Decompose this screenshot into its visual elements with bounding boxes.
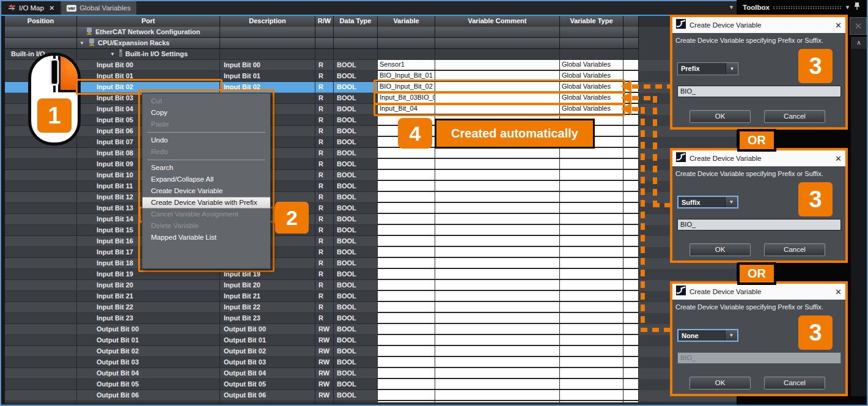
variable-cell[interactable]: BIO_Input_Bit_01 <box>378 71 435 82</box>
rw-cell[interactable]: R <box>315 115 334 126</box>
variable-comment-cell[interactable] <box>435 390 560 401</box>
position-cell[interactable] <box>5 379 77 390</box>
tab-overflow-chevron-icon[interactable]: ▼ <box>729 4 734 10</box>
variable-cell[interactable] <box>378 324 435 335</box>
variable-cell[interactable] <box>378 313 435 324</box>
description-cell[interactable]: Output Bit 06 <box>220 390 315 401</box>
variable-comment-cell[interactable] <box>435 225 560 236</box>
toolbox-scroll-up-button[interactable]: ∧ <box>851 37 867 49</box>
menu-item-expand-collapse-all[interactable]: Expand/Collapse All <box>142 174 270 185</box>
menu-item-create-device-variable-with-prefix[interactable]: Create Device Variable with Prefix <box>142 197 270 209</box>
port-cell[interactable]: Input Bit 22 <box>77 302 220 313</box>
ok-button[interactable]: OK <box>690 377 751 389</box>
variable-cell[interactable]: Input_Bit_04 <box>378 104 435 115</box>
spare-cell[interactable] <box>623 324 639 335</box>
spare-cell[interactable] <box>623 280 639 291</box>
data-type-cell[interactable]: BOOL <box>334 225 378 236</box>
cancel-button[interactable]: Cancel <box>764 377 825 389</box>
io-row[interactable]: Input Bit 08Input Bit 08RBOOL <box>5 148 737 159</box>
rw-cell[interactable]: RW <box>315 379 334 390</box>
toolbox-chevron-down-icon[interactable]: ▼ <box>845 4 850 10</box>
rw-cell[interactable]: R <box>315 258 334 269</box>
variable-cell[interactable] <box>378 302 435 313</box>
io-row[interactable]: Input Bit 18Input Bit 18RBOOL <box>5 258 737 269</box>
data-type-cell[interactable]: BOOL <box>334 148 378 159</box>
position-cell[interactable] <box>5 401 77 402</box>
variable-type-cell[interactable] <box>560 159 623 170</box>
position-cell[interactable] <box>5 368 77 379</box>
position-cell[interactable] <box>5 258 77 269</box>
variable-type-cell[interactable]: Global Variables <box>560 93 623 104</box>
tree-row[interactable]: EtherCAT Network Configuration <box>5 27 737 38</box>
io-row[interactable]: Input Bit 06Input Bit 06RBOOL <box>5 126 737 137</box>
data-type-cell[interactable]: BOOL <box>334 335 378 346</box>
io-row[interactable]: Input Bit 23Input Bit 23RBOOL <box>5 313 737 324</box>
variable-type-cell[interactable] <box>560 247 623 258</box>
ok-button[interactable]: OK <box>690 110 751 123</box>
io-row[interactable]: Input Bit 15Input Bit 15RBOOL <box>5 225 737 236</box>
spare-cell[interactable] <box>623 170 639 181</box>
variable-cell[interactable] <box>378 357 435 368</box>
variable-cell[interactable] <box>378 247 435 258</box>
position-cell[interactable] <box>5 346 77 357</box>
variable-comment-cell[interactable] <box>435 258 560 269</box>
data-type-cell[interactable]: BOOL <box>334 192 378 203</box>
io-row[interactable]: Input Bit 05Input Bit 05RBOOL <box>5 115 737 126</box>
dropdown-chevron-down-icon[interactable]: ▼ <box>726 63 738 75</box>
spare-cell[interactable] <box>623 357 639 368</box>
tree-node[interactable]: ▼CPU/Expansion Racks <box>77 38 220 49</box>
io-row[interactable]: Input Bit 12Input Bit 12RBOOL <box>5 192 737 203</box>
io-row[interactable]: Output Bit 00Output Bit 00RWBOOL <box>5 324 737 335</box>
variable-type-cell[interactable] <box>560 357 623 368</box>
variable-cell[interactable] <box>378 170 435 181</box>
variable-comment-cell[interactable] <box>435 82 560 93</box>
rw-cell[interactable]: RW <box>315 346 334 357</box>
position-cell[interactable] <box>5 214 77 225</box>
variable-comment-cell[interactable] <box>435 159 560 170</box>
io-row[interactable] <box>5 401 737 402</box>
data-type-cell[interactable]: BOOL <box>334 247 378 258</box>
data-type-cell[interactable] <box>334 401 378 402</box>
rw-cell[interactable]: R <box>315 214 334 225</box>
position-cell[interactable] <box>5 280 77 291</box>
data-type-cell[interactable]: BOOL <box>334 93 378 104</box>
variable-type-cell[interactable]: Global Variables <box>560 82 623 93</box>
position-cell[interactable] <box>5 247 77 258</box>
variable-cell[interactable] <box>378 280 435 291</box>
variable-comment-cell[interactable] <box>435 60 560 71</box>
variable-type-cell[interactable] <box>560 148 623 159</box>
variable-comment-cell[interactable] <box>435 247 560 258</box>
variable-comment-cell[interactable] <box>435 335 560 346</box>
position-cell[interactable] <box>5 313 77 324</box>
io-row[interactable]: Input Bit 00Input Bit 00RBOOLSensor1Glob… <box>5 60 737 71</box>
variable-comment-cell[interactable] <box>435 104 560 115</box>
variable-type-cell[interactable] <box>560 181 623 192</box>
port-cell[interactable]: Input Bit 19 <box>77 269 220 280</box>
variable-type-cell[interactable] <box>560 324 623 335</box>
rw-cell[interactable]: R <box>315 291 334 302</box>
spare-cell[interactable] <box>623 368 639 379</box>
io-row[interactable]: Input Bit 10Input Bit 10RBOOL <box>5 170 737 181</box>
rw-cell[interactable]: RW <box>315 324 334 335</box>
variable-type-cell[interactable] <box>560 313 623 324</box>
data-type-cell[interactable]: BOOL <box>334 203 378 214</box>
position-cell[interactable] <box>5 291 77 302</box>
position-cell[interactable] <box>5 269 77 280</box>
variable-cell[interactable] <box>378 192 435 203</box>
description-cell[interactable]: Output Bit 04 <box>220 368 315 379</box>
data-type-cell[interactable]: BOOL <box>334 280 378 291</box>
ok-button[interactable]: OK <box>690 243 751 256</box>
data-type-cell[interactable]: BOOL <box>334 181 378 192</box>
rw-cell[interactable]: R <box>315 269 334 280</box>
io-row[interactable]: Input Bit 19Input Bit 19RBOOL <box>5 269 737 280</box>
port-cell[interactable]: Input Bit 21 <box>77 291 220 302</box>
rw-cell[interactable]: RW <box>315 357 334 368</box>
position-cell[interactable] <box>5 302 77 313</box>
variable-comment-cell[interactable] <box>435 214 560 225</box>
variable-type-cell[interactable] <box>560 302 623 313</box>
variable-comment-cell[interactable] <box>435 313 560 324</box>
variable-cell[interactable] <box>378 368 435 379</box>
rw-cell[interactable]: RW <box>315 368 334 379</box>
data-type-cell[interactable]: BOOL <box>334 269 378 280</box>
variable-type-cell[interactable] <box>560 379 623 390</box>
